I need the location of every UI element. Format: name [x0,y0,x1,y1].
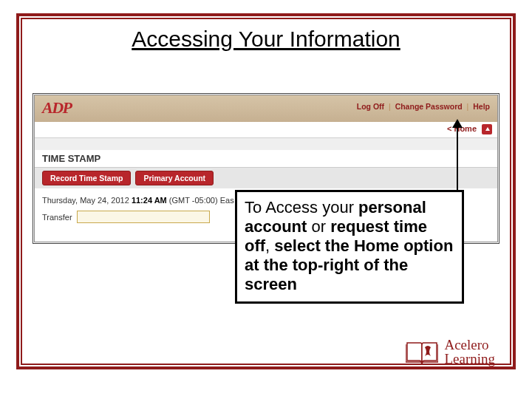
transfer-input[interactable] [77,211,210,223]
callout-text: or [307,217,330,236]
help-link[interactable]: Help [473,102,490,111]
callout-text: To Access your [245,198,358,216]
separator: | [465,102,471,111]
adp-logo: ADP [42,98,72,117]
callout-arrow-head-icon [452,119,463,128]
acelero-logo-text: Acelero Learning [444,338,495,366]
brand-line-1: Acelero [444,338,495,352]
button-row: Record Time Stamp Primary Account [35,168,497,188]
book-icon [406,337,438,366]
transfer-label: Transfer [42,213,72,222]
section-title-timestamp: TIME STAMP [35,150,497,168]
callout-text: , [265,236,274,255]
adp-top-bar: ADP Log Off | Change Password | Help [35,95,497,122]
logoff-link[interactable]: Log Off [357,102,384,111]
adp-home-row: < Home [35,122,497,138]
time-text: 11:24 AM [132,196,167,205]
acelero-logo: Acelero Learning [406,337,495,366]
separator: | [386,102,393,111]
primary-account-button[interactable]: Primary Account [135,171,214,185]
callout-arrow-line [457,123,458,190]
brand-line-2: Learning [444,352,495,366]
change-password-link[interactable]: Change Password [395,102,463,111]
instruction-callout: To Access your personal account or reque… [235,190,464,304]
page-title: Accessing Your Information [0,27,532,52]
record-time-stamp-button[interactable]: Record Time Stamp [42,171,131,185]
callout-bold-3: select the Home option at the top-right … [245,236,453,293]
adp-top-links: Log Off | Change Password | Help [357,102,490,111]
spacer-row [35,138,497,150]
timezone-text: (GMT -05:00) Eas [167,196,234,205]
date-text: Thursday, May 24, 2012 [42,196,132,205]
home-icon[interactable] [482,124,492,134]
